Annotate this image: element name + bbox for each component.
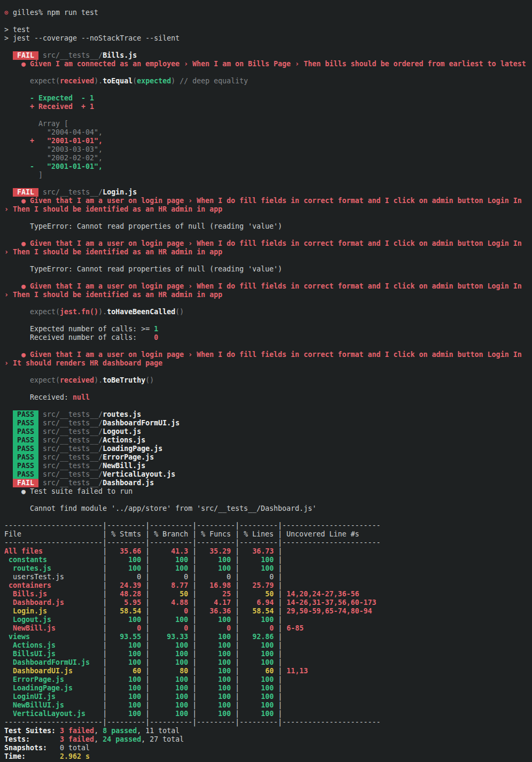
terminal-line (4, 68, 528, 77)
file-name-cell: routes.js (4, 564, 103, 572)
summary-tests-line: Tests: 3 failed, 24 passed, 27 total (4, 735, 528, 744)
column-divider: | (278, 641, 282, 649)
coverage-value-cell: 100 (197, 556, 235, 564)
table-border: -----------------------|---------|------… (4, 522, 380, 530)
coverage-value-cell: 100 (150, 701, 192, 709)
column-divider: | (278, 581, 282, 589)
fail-header-bills: FAIL src/__tests__/Bills.js (4, 51, 528, 60)
coverage-value-cell: 100 (150, 684, 192, 692)
text-segment: , 11 total (137, 727, 179, 735)
text-segment: , (94, 727, 103, 735)
text-segment: VerticalLayout.js (103, 470, 175, 478)
file-name-cell: Bills.js (4, 590, 103, 598)
coverage-value-cell: 100 (197, 633, 235, 641)
text-segment: expect( (4, 77, 60, 85)
coverage-table-row: VerticalLayout.js | 100 | 100 | 100 | 10… (4, 710, 528, 718)
text-segment (4, 51, 13, 59)
terminal-line (4, 85, 528, 94)
text-segment: + "2001-01-01", (4, 137, 103, 145)
coverage-table-header: File | % Stmts | % Branch | % Funcs | % … (4, 530, 528, 539)
terminal-line (4, 385, 528, 393)
text-segment: ). (94, 77, 103, 85)
pass-header-errorpage: PASS src/__tests__/ErrorPage.js (4, 453, 528, 462)
text-segment: › It should renders HR dashboard page (4, 359, 162, 367)
coverage-value-cell: 93.33 (150, 633, 192, 641)
coverage-value-cell: 100 (239, 693, 278, 701)
coverage-value-cell: 100 (107, 564, 145, 572)
coverage-value-cell: 100 (239, 684, 278, 692)
column-divider: | (278, 650, 282, 658)
terminal-line (4, 402, 528, 410)
coverage-value-cell: 41.3 (150, 547, 192, 555)
coverage-table-border: -----------------------|---------|------… (4, 539, 528, 547)
text-segment: gilles% npm run test (9, 9, 98, 17)
text-segment: ● Given I am connected as an employee › … (4, 60, 526, 68)
column-divider: | (278, 564, 282, 572)
terminal-line (4, 299, 528, 308)
file-name-cell: LoadingPage.js (4, 684, 103, 692)
coverage-value-cell: 58.54 (107, 607, 145, 615)
text-segment: Cannot find module '../app/store' from '… (4, 504, 316, 512)
text-segment (38, 419, 43, 427)
diff-removed-line: - "2001-01-01", (4, 162, 528, 171)
uncovered-lines-cell: 14-26,31-37,56,60-173 (282, 598, 376, 607)
text-segment: src/__tests__/ (43, 427, 103, 436)
text-segment: received (60, 376, 94, 384)
coverage-value-cell: 100 (107, 675, 145, 683)
file-name-cell: Actions.js (4, 641, 103, 649)
file-name-cell: usersTest.js (4, 573, 103, 581)
text-segment: TypeError: Cannot read properties of nul… (4, 222, 282, 230)
text-segment: // deep equality (175, 77, 248, 85)
coverage-table-border: -----------------------|---------|------… (4, 522, 528, 530)
text-segment: 1 (154, 325, 158, 333)
coverage-table-row: Logout.js | 100 | 100 | 100 | 100 | (4, 616, 528, 624)
coverage-table-row: BillsUI.js | 100 | 100 | 100 | 100 | (4, 650, 528, 658)
fail-badge: FAIL (13, 188, 38, 197)
coverage-value-cell: 100 (107, 556, 145, 564)
diff-context-line: "2004-04-04", (4, 128, 528, 137)
column-divider: | (103, 564, 107, 572)
text-segment: src/__tests__/ (43, 419, 103, 427)
coverage-table-row: Actions.js | 100 | 100 | 100 | 100 | (4, 641, 528, 650)
text-segment (38, 462, 43, 470)
assertion-line: expect(received).toEqual(expected) // de… (4, 77, 528, 85)
coverage-table-row: LoadingPage.js | 100 | 100 | 100 | 100 | (4, 684, 528, 693)
text-segment (38, 470, 43, 478)
text-segment: 24 passed (103, 735, 141, 743)
diff-added-line: + "2001-01-01", (4, 137, 528, 145)
file-name-cell: Login.js (4, 607, 103, 615)
terminal-output[interactable]: ⊗ gilles% npm run test > test> jest --co… (0, 0, 532, 762)
coverage-value-cell: 100 (239, 710, 278, 718)
coverage-value-cell: 100 (197, 684, 235, 692)
column-divider: | (278, 573, 282, 581)
text-segment (4, 419, 13, 427)
column-divider: | (103, 607, 107, 615)
text-segment: Snapshots: (4, 744, 60, 752)
coverage-table-row: DashboardFormUI.js | 100 | 100 | 100 | 1… (4, 658, 528, 667)
terminal-line (4, 316, 528, 325)
column-divider: | (103, 547, 107, 555)
coverage-table-row: ErrorPage.js | 100 | 100 | 100 | 100 | (4, 675, 528, 684)
error-message-line: TypeError: Cannot read properties of nul… (4, 265, 528, 274)
coverage-value-cell: 36.36 (197, 607, 235, 615)
coverage-value-cell: 0 (239, 573, 278, 581)
coverage-value-cell: 100 (239, 701, 278, 709)
coverage-value-cell: 4.88 (150, 598, 192, 607)
text-segment: › Then I should be identified as an HR a… (4, 248, 222, 256)
coverage-value-cell: 100 (107, 658, 145, 666)
coverage-value-cell: 100 (197, 650, 235, 658)
file-name-cell: VerticalLayout.js (4, 710, 103, 718)
coverage-table-row: All files | 35.66 | 41.3 | 35.29 | 36.73… (4, 547, 528, 556)
column-divider: | (103, 590, 107, 598)
pass-badge: PASS (13, 453, 38, 462)
text-segment (38, 479, 43, 487)
summary-time-line: Time: 2.962 s (4, 752, 528, 761)
coverage-table-border: -----------------------|---------|------… (4, 718, 528, 727)
prompt-line: ⊗ gilles% npm run test (4, 9, 528, 17)
coverage-value-cell: 0 (239, 624, 278, 632)
file-name-cell: views (4, 633, 103, 641)
column-divider: | (103, 556, 107, 564)
pass-badge: PASS (13, 410, 38, 419)
column-divider: | (103, 573, 107, 581)
pass-badge: PASS (13, 462, 38, 470)
